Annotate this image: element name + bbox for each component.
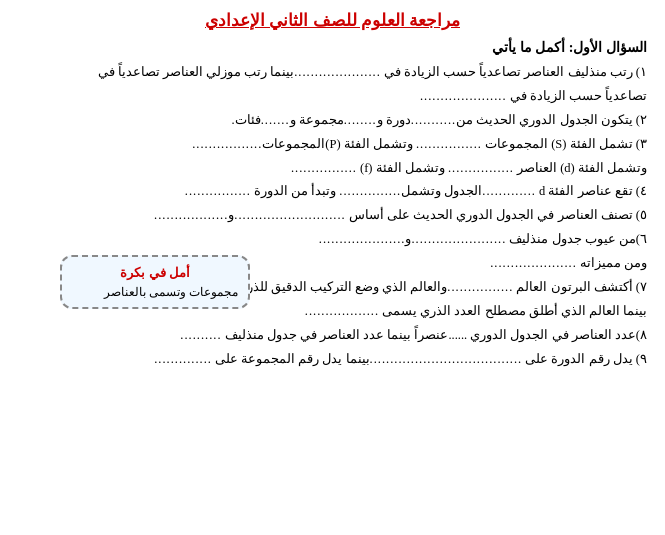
tooltip-content: مجموعات وتسمى بالعناصر (72, 285, 238, 299)
tooltip-box: أمل في بكرة مجموعات وتسمى بالعناصر (60, 255, 250, 309)
question-2: ٢) يتكون الجدول الدوري الحديث من........… (18, 110, 647, 132)
page: مراجعة العلوم للصف الثاني الإعدادي السؤا… (0, 0, 665, 535)
question-4: ٤) تقع عناصر الفئة d .............الجدول… (18, 181, 647, 203)
tooltip-title: أمل في بكرة (72, 265, 238, 281)
question-1b: تصاعدياً حسب الزيادة في ................… (18, 86, 647, 108)
section-header: السؤال الأول: أكمل ما يأتي (18, 39, 647, 56)
question-1: ١) رتب منذليف العناصر تصاعدياً حسب الزيا… (18, 62, 647, 84)
page-title: مراجعة العلوم للصف الثاني الإعدادي (18, 10, 647, 31)
question-9: ٩) يدل رقم الدورة على ..................… (18, 349, 647, 371)
question-8: ٨)عدد العناصر في الجدول الدوري ......عنص… (18, 325, 647, 347)
question-3b: وتشمل الفئة (d) العناصر ................… (18, 158, 647, 180)
question-5: ٥) تصنف العناصر في الجدول الدوري الحديث … (18, 205, 647, 227)
question-3: ٣) تشمل الفئة (S) المجموعات ............… (18, 134, 647, 156)
question-6: ٦)من عيوب جدول منذليف ..................… (18, 229, 647, 251)
